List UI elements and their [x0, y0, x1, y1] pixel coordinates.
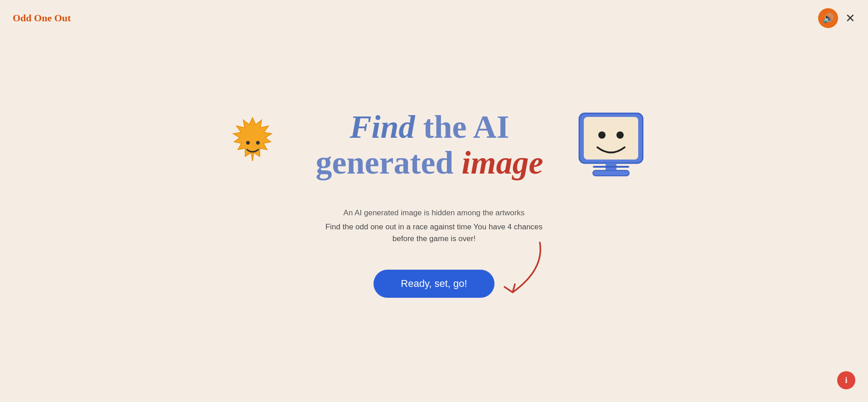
title-block: Find the AI generated image	[316, 109, 543, 181]
title-image: image	[461, 145, 543, 181]
title-line1: Find the AI	[316, 109, 543, 145]
title-find: Find	[349, 109, 415, 145]
subtitle-line1: An AI generated image is hidden among th…	[325, 208, 543, 218]
computer-illustration	[570, 104, 652, 186]
start-button[interactable]: Ready, set, go!	[373, 270, 494, 298]
svg-point-4	[598, 131, 606, 139]
svg-rect-7	[593, 170, 629, 176]
title-the-ai: the AI	[415, 109, 509, 145]
svg-point-5	[616, 131, 624, 139]
title-row: Find the AI generated image	[216, 104, 652, 186]
title-line2: generated image	[316, 145, 543, 181]
svg-point-0	[246, 141, 250, 145]
info-button[interactable]: i	[837, 371, 855, 389]
main-content: Find the AI generated image	[0, 0, 868, 402]
sun-illustration	[216, 109, 289, 181]
title-generated: generated	[316, 145, 462, 181]
svg-rect-8	[593, 166, 629, 168]
button-area: Ready, set, go!	[373, 270, 494, 298]
svg-point-1	[256, 141, 260, 145]
